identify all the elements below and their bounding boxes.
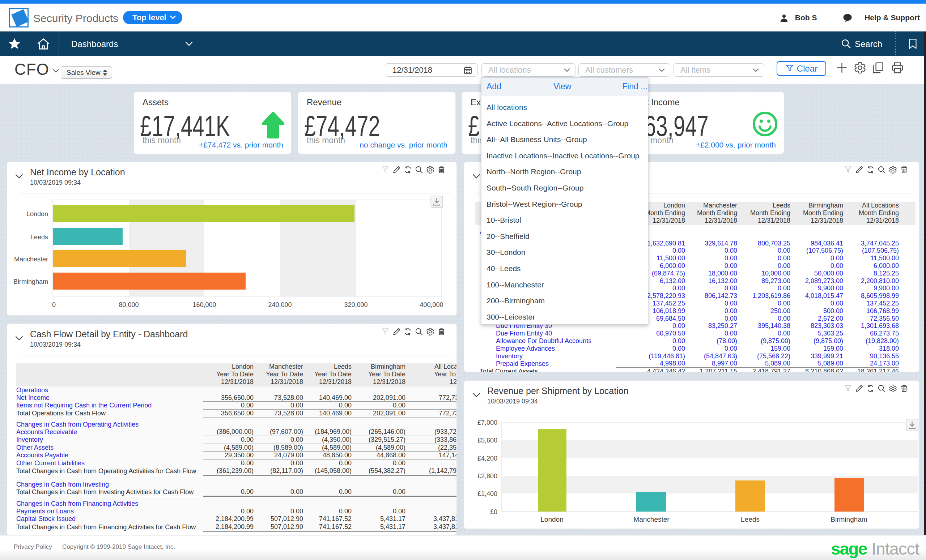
svg-text:Manchester: Manchester [14,256,48,263]
svg-text:£2,800: £2,800 [477,472,497,480]
svg-text:160,000: 160,000 [192,301,216,308]
svg-text:Birmingham: Birmingham [831,516,867,523]
svg-text:Birmingham: Birmingham [14,278,48,285]
svg-text:Leeds: Leeds [30,234,48,241]
svg-text:£1,400: £1,400 [477,490,497,497]
svg-text:320,000: 320,000 [344,301,368,308]
svg-text:Leeds: Leeds [741,516,760,523]
svg-text:London: London [26,210,48,217]
svg-text:London: London [540,516,563,523]
svg-text:0: 0 [52,301,56,308]
svg-text:£5,600: £5,600 [477,437,497,444]
svg-text:80,000: 80,000 [119,301,139,308]
svg-text:£0: £0 [490,508,497,516]
svg-text:400,000: 400,000 [419,301,443,308]
svg-text:240,000: 240,000 [268,301,292,308]
svg-text:Manchester: Manchester [633,516,670,523]
svg-text:£4,200: £4,200 [477,455,497,462]
svg-text:£7,000: £7,000 [477,419,497,426]
